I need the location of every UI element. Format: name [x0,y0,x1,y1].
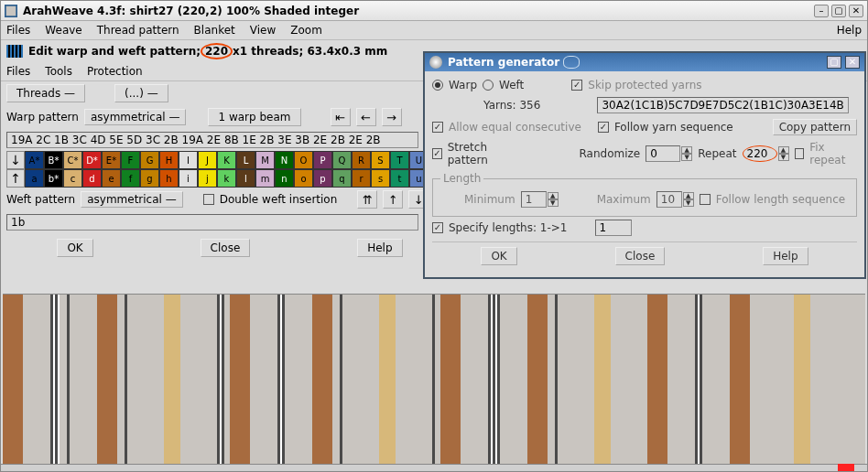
submenu-files[interactable]: Files [6,65,30,78]
color-cell[interactable]: A* [25,151,44,169]
dialog-help-button[interactable]: Help [763,247,808,265]
preview-stripe [250,295,277,464]
down-arrow-icon[interactable]: ↓ [6,151,25,169]
color-cell[interactable]: g [140,169,159,188]
skip-check[interactable] [571,80,582,91]
color-cell[interactable]: l [236,169,255,188]
color-cell[interactable]: R [352,151,371,169]
color-cell[interactable]: a [25,169,44,188]
color-cell[interactable]: D* [82,151,102,169]
color-cell[interactable]: E* [102,151,121,169]
color-cell[interactable]: L [236,151,255,169]
repeat-up-icon[interactable]: ▲ [778,146,789,154]
preview-stripe [332,295,340,464]
color-cell[interactable]: Q [332,151,352,169]
color-cell[interactable]: m [255,169,275,188]
weft-radio[interactable] [483,80,494,91]
fix-repeat-check[interactable] [795,148,805,159]
dialog-maximize-icon[interactable]: ▢ [827,56,841,69]
color-cell[interactable]: K [217,151,236,169]
color-cell[interactable]: p [313,169,332,188]
color-cell[interactable]: k [217,169,236,188]
follow-len-check[interactable] [700,194,711,205]
color-cell[interactable]: P [313,151,332,169]
menu-files[interactable]: Files [6,24,30,37]
color-cell[interactable]: t [390,169,409,188]
color-cell[interactable]: I [179,151,198,169]
menu-weave[interactable]: Weave [45,24,81,37]
color-cell[interactable]: i [179,169,198,188]
double-weft-check[interactable] [203,194,214,205]
randomize-input[interactable] [646,145,680,162]
ok-button[interactable]: OK [57,239,92,257]
menu-blanket[interactable]: Blanket [194,24,235,37]
repeat-down-icon[interactable]: ▼ [778,154,789,161]
menu-help[interactable]: Help [837,24,862,37]
submenu-protection[interactable]: Protection [87,65,143,78]
color-cell[interactable]: h [159,169,179,188]
follow-yarn-check[interactable] [598,122,609,133]
sequence-input[interactable] [6,132,418,148]
paren-dropdown[interactable]: (...) — [114,84,168,102]
color-cell[interactable]: B* [44,151,63,169]
next-icon[interactable]: → [382,108,402,126]
allow-equal-check[interactable] [432,122,443,133]
warp-beam-dropdown[interactable]: 1 warp beam [208,108,300,126]
color-cell[interactable]: e [102,169,121,188]
specify-input[interactable] [595,220,632,236]
color-cell[interactable]: b* [44,169,63,188]
length-fieldset: Length Minimum ▲▼ Maximum ▲▼ Follow leng… [432,172,857,217]
randomize-down-icon[interactable]: ▼ [681,154,692,161]
prev-icon[interactable]: ← [356,108,376,126]
stretch-check[interactable] [432,148,442,159]
maximize-button[interactable]: ▢ [831,5,846,17]
dialog-close-icon[interactable]: ✕ [845,56,860,69]
color-cell[interactable]: n [275,169,294,188]
color-cell[interactable]: r [352,169,371,188]
up-double-icon[interactable]: ⇈ [357,190,377,209]
color-cell[interactable]: M [255,151,275,169]
color-cell[interactable]: G [140,151,159,169]
color-cell[interactable]: F [121,151,140,169]
preview-stripe [70,295,97,464]
close-button[interactable]: ✕ [849,5,863,17]
menu-view[interactable]: View [250,24,276,37]
warp-radio[interactable] [432,80,443,91]
color-cell[interactable]: N [275,151,294,169]
color-cell[interactable]: H [159,151,179,169]
randomize-up-icon[interactable]: ▲ [681,146,692,154]
warp-asym-dropdown[interactable]: asymmetrical — [84,109,187,125]
color-cell[interactable]: j [198,169,217,188]
color-cell[interactable]: o [294,169,313,188]
color-cell[interactable]: q [332,169,352,188]
color-cell[interactable]: c [63,169,82,188]
menu-thread pattern[interactable]: Thread pattern [97,24,179,37]
threads-dropdown[interactable]: Threads — [6,84,85,102]
specify-check[interactable] [432,222,443,233]
help-button-inner[interactable]: Help [357,239,402,257]
close-button-inner[interactable]: Close [201,239,251,257]
up-arrow-icon[interactable]: ↑ [6,169,25,188]
dialog-ok-button[interactable]: OK [481,247,516,265]
color-cell[interactable]: T [390,151,409,169]
copy-pattern-button[interactable]: Copy pattern [773,119,857,135]
weft-asym-dropdown[interactable]: asymmetrical — [81,191,183,208]
color-cell[interactable]: s [371,169,390,188]
color-cell[interactable]: C* [63,151,82,169]
preview-stripe [594,295,611,464]
color-cell[interactable]: d [82,169,102,188]
minimize-button[interactable]: – [814,5,829,17]
color-cell[interactable]: S [371,151,390,169]
first-icon[interactable]: ⇤ [331,108,351,126]
weft-input[interactable] [6,214,418,231]
submenu-tools[interactable]: Tools [45,65,72,78]
follow-len-label: Follow length sequence [716,193,845,206]
menu-zoom[interactable]: Zoom [290,24,322,37]
up-icon[interactable]: ↑ [383,190,403,209]
color-cell[interactable]: J [198,151,217,169]
yarns-input[interactable] [597,97,849,113]
color-cell[interactable]: f [121,169,140,188]
repeat-input[interactable] [743,145,777,162]
color-cell[interactable]: O [294,151,313,169]
dialog-close-button[interactable]: Close [615,247,666,265]
